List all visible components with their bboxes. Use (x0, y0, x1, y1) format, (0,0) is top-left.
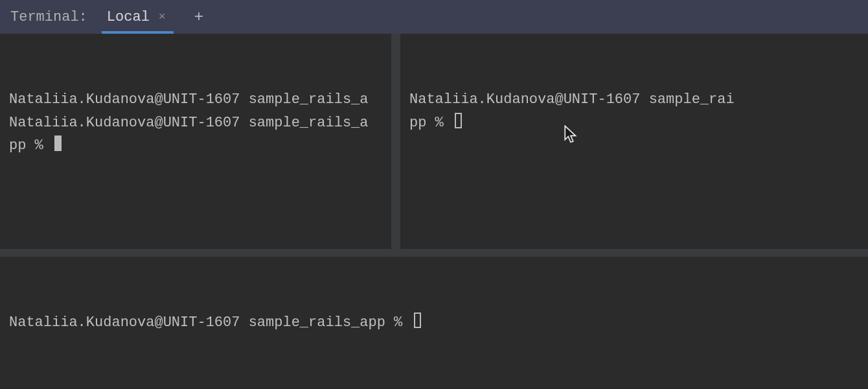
prompt-line: Nataliia.Kudanova@UNIT-1607 sample_rails… (9, 115, 369, 131)
horizontal-splitter[interactable] (0, 249, 868, 257)
prompt-line: Nataliia.Kudanova@UNIT-1607 sample_rai (409, 88, 859, 111)
prompt-line: pp % (409, 115, 452, 131)
terminal-top-row: Nataliia.Kudanova@UNIT-1607 sample_rails… (0, 34, 868, 249)
terminal-splits: Nataliia.Kudanova@UNIT-1607 sample_rails… (0, 34, 868, 389)
tab-label: Local (107, 9, 150, 25)
terminal-pane-left[interactable]: Nataliia.Kudanova@UNIT-1607 sample_rails… (0, 34, 391, 249)
terminal-header: Terminal: Local × + (0, 0, 868, 34)
prompt-line: Nataliia.Kudanova@UNIT-1607 sample_rails… (9, 314, 411, 331)
cursor-icon (455, 113, 462, 128)
prompt-line: pp % (9, 137, 52, 154)
close-icon[interactable]: × (159, 11, 166, 23)
terminal-title: Terminal: (10, 9, 87, 25)
cursor-icon (414, 312, 421, 328)
add-tab-button[interactable]: + (194, 8, 203, 26)
prompt-line: Nataliia.Kudanova@UNIT-1607 sample_rails… (9, 88, 382, 111)
vertical-splitter[interactable] (391, 34, 400, 249)
terminal-pane-bottom[interactable]: Nataliia.Kudanova@UNIT-1607 sample_rails… (0, 257, 868, 389)
terminal-pane-right[interactable]: Nataliia.Kudanova@UNIT-1607 sample_raipp… (400, 34, 868, 249)
tab-local[interactable]: Local × (103, 0, 170, 34)
cursor-icon (54, 136, 62, 151)
